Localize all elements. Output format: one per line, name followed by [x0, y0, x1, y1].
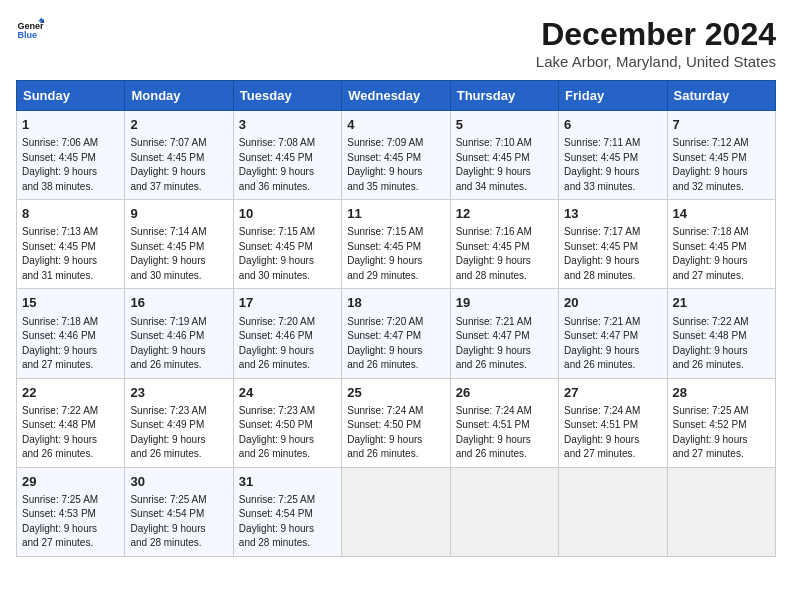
day-number: 10 — [239, 205, 336, 223]
calendar-week-row: 22Sunrise: 7:22 AM Sunset: 4:48 PM Dayli… — [17, 378, 776, 467]
cell-info: Sunrise: 7:10 AM Sunset: 4:45 PM Dayligh… — [456, 136, 553, 194]
cell-info: Sunrise: 7:07 AM Sunset: 4:45 PM Dayligh… — [130, 136, 227, 194]
calendar-cell: 1Sunrise: 7:06 AM Sunset: 4:45 PM Daylig… — [17, 111, 125, 200]
cell-info: Sunrise: 7:25 AM Sunset: 4:53 PM Dayligh… — [22, 493, 119, 551]
day-number: 16 — [130, 294, 227, 312]
cell-info: Sunrise: 7:24 AM Sunset: 4:51 PM Dayligh… — [456, 404, 553, 462]
cell-info: Sunrise: 7:15 AM Sunset: 4:45 PM Dayligh… — [347, 225, 444, 283]
cell-info: Sunrise: 7:25 AM Sunset: 4:54 PM Dayligh… — [239, 493, 336, 551]
day-number: 1 — [22, 116, 119, 134]
weekday-header-friday: Friday — [559, 81, 667, 111]
calendar-cell: 15Sunrise: 7:18 AM Sunset: 4:46 PM Dayli… — [17, 289, 125, 378]
calendar-body: 1Sunrise: 7:06 AM Sunset: 4:45 PM Daylig… — [17, 111, 776, 557]
calendar-cell: 19Sunrise: 7:21 AM Sunset: 4:47 PM Dayli… — [450, 289, 558, 378]
weekday-header-thursday: Thursday — [450, 81, 558, 111]
calendar-cell: 16Sunrise: 7:19 AM Sunset: 4:46 PM Dayli… — [125, 289, 233, 378]
title-area: December 2024 Lake Arbor, Maryland, Unit… — [536, 16, 776, 70]
calendar-cell: 22Sunrise: 7:22 AM Sunset: 4:48 PM Dayli… — [17, 378, 125, 467]
day-number: 3 — [239, 116, 336, 134]
day-number: 7 — [673, 116, 770, 134]
svg-text:Blue: Blue — [17, 30, 37, 40]
day-number: 23 — [130, 384, 227, 402]
cell-info: Sunrise: 7:21 AM Sunset: 4:47 PM Dayligh… — [564, 315, 661, 373]
header: General Blue December 2024 Lake Arbor, M… — [16, 16, 776, 70]
day-number: 21 — [673, 294, 770, 312]
day-number: 17 — [239, 294, 336, 312]
calendar-cell: 4Sunrise: 7:09 AM Sunset: 4:45 PM Daylig… — [342, 111, 450, 200]
day-number: 2 — [130, 116, 227, 134]
calendar-cell: 13Sunrise: 7:17 AM Sunset: 4:45 PM Dayli… — [559, 200, 667, 289]
day-number: 6 — [564, 116, 661, 134]
calendar-cell — [559, 467, 667, 556]
cell-info: Sunrise: 7:22 AM Sunset: 4:48 PM Dayligh… — [22, 404, 119, 462]
calendar-cell: 28Sunrise: 7:25 AM Sunset: 4:52 PM Dayli… — [667, 378, 775, 467]
logo: General Blue — [16, 16, 44, 44]
day-number: 24 — [239, 384, 336, 402]
cell-info: Sunrise: 7:08 AM Sunset: 4:45 PM Dayligh… — [239, 136, 336, 194]
calendar-cell: 23Sunrise: 7:23 AM Sunset: 4:49 PM Dayli… — [125, 378, 233, 467]
cell-info: Sunrise: 7:25 AM Sunset: 4:54 PM Dayligh… — [130, 493, 227, 551]
calendar-cell: 7Sunrise: 7:12 AM Sunset: 4:45 PM Daylig… — [667, 111, 775, 200]
calendar-cell: 25Sunrise: 7:24 AM Sunset: 4:50 PM Dayli… — [342, 378, 450, 467]
calendar-cell: 18Sunrise: 7:20 AM Sunset: 4:47 PM Dayli… — [342, 289, 450, 378]
calendar-cell: 5Sunrise: 7:10 AM Sunset: 4:45 PM Daylig… — [450, 111, 558, 200]
cell-info: Sunrise: 7:21 AM Sunset: 4:47 PM Dayligh… — [456, 315, 553, 373]
day-number: 26 — [456, 384, 553, 402]
day-number: 27 — [564, 384, 661, 402]
weekday-header-tuesday: Tuesday — [233, 81, 341, 111]
calendar-cell: 20Sunrise: 7:21 AM Sunset: 4:47 PM Dayli… — [559, 289, 667, 378]
calendar-week-row: 29Sunrise: 7:25 AM Sunset: 4:53 PM Dayli… — [17, 467, 776, 556]
calendar-cell: 29Sunrise: 7:25 AM Sunset: 4:53 PM Dayli… — [17, 467, 125, 556]
day-number: 9 — [130, 205, 227, 223]
calendar-week-row: 8Sunrise: 7:13 AM Sunset: 4:45 PM Daylig… — [17, 200, 776, 289]
weekday-header-saturday: Saturday — [667, 81, 775, 111]
cell-info: Sunrise: 7:23 AM Sunset: 4:50 PM Dayligh… — [239, 404, 336, 462]
weekday-header-sunday: Sunday — [17, 81, 125, 111]
calendar-cell: 6Sunrise: 7:11 AM Sunset: 4:45 PM Daylig… — [559, 111, 667, 200]
calendar-cell: 27Sunrise: 7:24 AM Sunset: 4:51 PM Dayli… — [559, 378, 667, 467]
cell-info: Sunrise: 7:20 AM Sunset: 4:47 PM Dayligh… — [347, 315, 444, 373]
weekday-header-wednesday: Wednesday — [342, 81, 450, 111]
cell-info: Sunrise: 7:20 AM Sunset: 4:46 PM Dayligh… — [239, 315, 336, 373]
day-number: 30 — [130, 473, 227, 491]
weekday-header-monday: Monday — [125, 81, 233, 111]
logo-icon: General Blue — [16, 16, 44, 44]
calendar-cell: 17Sunrise: 7:20 AM Sunset: 4:46 PM Dayli… — [233, 289, 341, 378]
day-number: 25 — [347, 384, 444, 402]
calendar-cell: 12Sunrise: 7:16 AM Sunset: 4:45 PM Dayli… — [450, 200, 558, 289]
cell-info: Sunrise: 7:06 AM Sunset: 4:45 PM Dayligh… — [22, 136, 119, 194]
cell-info: Sunrise: 7:14 AM Sunset: 4:45 PM Dayligh… — [130, 225, 227, 283]
day-number: 31 — [239, 473, 336, 491]
cell-info: Sunrise: 7:25 AM Sunset: 4:52 PM Dayligh… — [673, 404, 770, 462]
cell-info: Sunrise: 7:11 AM Sunset: 4:45 PM Dayligh… — [564, 136, 661, 194]
calendar-table: SundayMondayTuesdayWednesdayThursdayFrid… — [16, 80, 776, 557]
day-number: 11 — [347, 205, 444, 223]
svg-text:General: General — [17, 21, 44, 31]
calendar-cell: 10Sunrise: 7:15 AM Sunset: 4:45 PM Dayli… — [233, 200, 341, 289]
calendar-cell: 2Sunrise: 7:07 AM Sunset: 4:45 PM Daylig… — [125, 111, 233, 200]
calendar-week-row: 1Sunrise: 7:06 AM Sunset: 4:45 PM Daylig… — [17, 111, 776, 200]
calendar-cell — [450, 467, 558, 556]
cell-info: Sunrise: 7:18 AM Sunset: 4:45 PM Dayligh… — [673, 225, 770, 283]
cell-info: Sunrise: 7:15 AM Sunset: 4:45 PM Dayligh… — [239, 225, 336, 283]
cell-info: Sunrise: 7:22 AM Sunset: 4:48 PM Dayligh… — [673, 315, 770, 373]
calendar-cell: 11Sunrise: 7:15 AM Sunset: 4:45 PM Dayli… — [342, 200, 450, 289]
calendar-cell: 14Sunrise: 7:18 AM Sunset: 4:45 PM Dayli… — [667, 200, 775, 289]
calendar-cell: 31Sunrise: 7:25 AM Sunset: 4:54 PM Dayli… — [233, 467, 341, 556]
day-number: 18 — [347, 294, 444, 312]
calendar-cell: 26Sunrise: 7:24 AM Sunset: 4:51 PM Dayli… — [450, 378, 558, 467]
calendar-cell: 8Sunrise: 7:13 AM Sunset: 4:45 PM Daylig… — [17, 200, 125, 289]
cell-info: Sunrise: 7:19 AM Sunset: 4:46 PM Dayligh… — [130, 315, 227, 373]
day-number: 20 — [564, 294, 661, 312]
day-number: 29 — [22, 473, 119, 491]
cell-info: Sunrise: 7:09 AM Sunset: 4:45 PM Dayligh… — [347, 136, 444, 194]
cell-info: Sunrise: 7:24 AM Sunset: 4:51 PM Dayligh… — [564, 404, 661, 462]
day-number: 28 — [673, 384, 770, 402]
month-title: December 2024 — [536, 16, 776, 53]
cell-info: Sunrise: 7:17 AM Sunset: 4:45 PM Dayligh… — [564, 225, 661, 283]
calendar-header-row: SundayMondayTuesdayWednesdayThursdayFrid… — [17, 81, 776, 111]
cell-info: Sunrise: 7:23 AM Sunset: 4:49 PM Dayligh… — [130, 404, 227, 462]
cell-info: Sunrise: 7:13 AM Sunset: 4:45 PM Dayligh… — [22, 225, 119, 283]
location-subtitle: Lake Arbor, Maryland, United States — [536, 53, 776, 70]
cell-info: Sunrise: 7:18 AM Sunset: 4:46 PM Dayligh… — [22, 315, 119, 373]
